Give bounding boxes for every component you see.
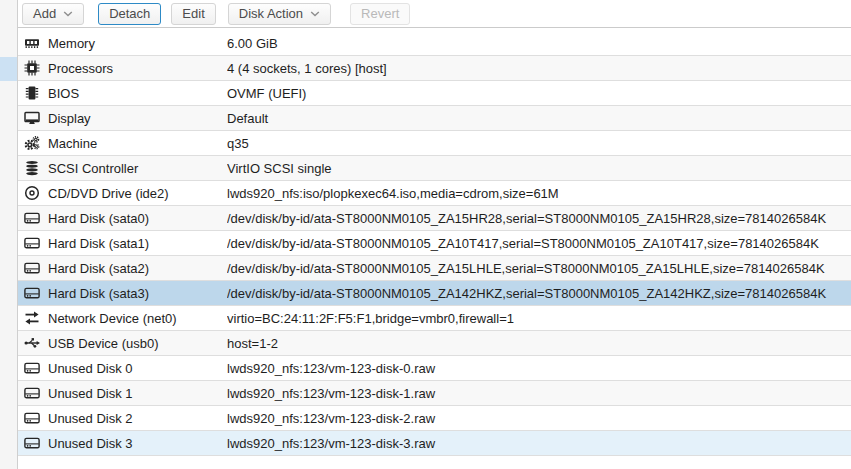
device-label: SCSI Controller <box>48 161 138 176</box>
add-button[interactable]: Add <box>22 3 84 25</box>
table-row-unused-disk-2[interactable]: Unused Disk 2 lwds920_nfs:123/vm-123-dis… <box>18 406 851 431</box>
device-label: Unused Disk 2 <box>48 411 133 426</box>
memory-icon <box>24 35 40 51</box>
device-label: Unused Disk 3 <box>48 436 133 451</box>
table-row-memory[interactable]: Memory 6.00 GiB <box>18 31 851 56</box>
device-label: Unused Disk 0 <box>48 361 133 376</box>
device-label: Hard Disk (sata1) <box>48 236 149 251</box>
device-label: CD/DVD Drive (ide2) <box>48 186 169 201</box>
device-label: Display <box>48 111 91 126</box>
table-row-unused-disk-1[interactable]: Unused Disk 1 lwds920_nfs:123/vm-123-dis… <box>18 381 851 406</box>
device-label: Hard Disk (sata3) <box>48 286 149 301</box>
table-row-display[interactable]: Display Default <box>18 106 851 131</box>
device-value: q35 <box>227 136 851 151</box>
device-value: virtio=BC:24:11:2F:F5:F1,bridge=vmbr0,fi… <box>227 311 851 326</box>
cdrom-icon <box>24 185 40 201</box>
device-value: /dev/disk/by-id/ata-ST8000NM0105_ZA10T41… <box>227 236 851 251</box>
hardware-table: Memory 6.00 GiB Processors 4 (4 sockets,… <box>18 31 851 456</box>
device-value: host=1-2 <box>227 336 851 351</box>
device-value: 6.00 GiB <box>227 36 851 51</box>
hard-disk-icon <box>24 385 40 401</box>
device-value: VirtIO SCSI single <box>227 161 851 176</box>
add-button-label: Add <box>33 6 56 21</box>
edit-button[interactable]: Edit <box>171 3 215 25</box>
device-value: /dev/disk/by-id/ata-ST8000NM0105_ZA15HR2… <box>227 211 851 226</box>
disk-action-button-label: Disk Action <box>239 6 303 21</box>
device-value: lwds920_nfs:123/vm-123-disk-0.raw <box>227 361 851 376</box>
hard-disk-icon <box>24 260 40 276</box>
hard-disk-icon <box>24 435 40 451</box>
hard-disk-icon <box>24 410 40 426</box>
table-row-hard-disk-sata0[interactable]: Hard Disk (sata0) /dev/disk/by-id/ata-ST… <box>18 206 851 231</box>
table-row-processors[interactable]: Processors 4 (4 sockets, 1 cores) [host] <box>18 56 851 81</box>
table-row-hard-disk-sata2[interactable]: Hard Disk (sata2) /dev/disk/by-id/ata-ST… <box>18 256 851 281</box>
device-value: /dev/disk/by-id/ata-ST8000NM0105_ZA15LHL… <box>227 261 851 276</box>
device-label: Unused Disk 1 <box>48 386 133 401</box>
table-row-cdrom-ide2[interactable]: CD/DVD Drive (ide2) lwds920_nfs:iso/plop… <box>18 181 851 206</box>
table-row-usb-usb0[interactable]: USB Device (usb0) host=1-2 <box>18 331 851 356</box>
scsi-controller-icon <box>24 160 40 176</box>
display-icon <box>24 110 40 126</box>
device-value: Default <box>227 111 851 126</box>
device-label: Hard Disk (sata2) <box>48 261 149 276</box>
disk-action-button[interactable]: Disk Action <box>228 3 331 25</box>
hard-disk-icon <box>24 285 40 301</box>
device-label: Network Device (net0) <box>48 311 177 326</box>
table-row-machine[interactable]: Machine q35 <box>18 131 851 156</box>
table-row-hard-disk-sata1[interactable]: Hard Disk (sata1) /dev/disk/by-id/ata-ST… <box>18 231 851 256</box>
detach-button-label: Detach <box>109 6 150 21</box>
device-label: BIOS <box>48 86 79 101</box>
detach-button[interactable]: Detach <box>98 3 161 25</box>
device-label: Machine <box>48 136 97 151</box>
table-row-unused-disk-3[interactable]: Unused Disk 3 lwds920_nfs:123/vm-123-dis… <box>18 431 851 456</box>
hard-disk-icon <box>24 360 40 376</box>
device-value: lwds920_nfs:123/vm-123-disk-3.raw <box>227 436 851 451</box>
device-label: Hard Disk (sata0) <box>48 211 149 226</box>
revert-button-label: Revert <box>361 6 399 21</box>
toolbar: Add Detach Edit Disk Action Revert <box>18 0 851 28</box>
chevron-down-icon <box>63 11 73 17</box>
table-row-hard-disk-sata3[interactable]: Hard Disk (sata3) /dev/disk/by-id/ata-ST… <box>18 281 851 306</box>
device-value: lwds920_nfs:123/vm-123-disk-2.raw <box>227 411 851 426</box>
network-icon <box>24 310 40 326</box>
device-label: Memory <box>48 36 95 51</box>
device-value: 4 (4 sockets, 1 cores) [host] <box>227 61 851 76</box>
hard-disk-icon <box>24 235 40 251</box>
device-value: OVMF (UEFI) <box>227 86 851 101</box>
machine-gears-icon <box>24 135 40 151</box>
nav-tree-edge <box>0 0 18 469</box>
bios-chip-icon <box>24 85 40 101</box>
cpu-icon <box>24 60 40 76</box>
device-value: lwds920_nfs:123/vm-123-disk-1.raw <box>227 386 851 401</box>
device-label: Processors <box>48 61 113 76</box>
device-value: lwds920_nfs:iso/plopkexec64.iso,media=cd… <box>227 186 851 201</box>
device-value: /dev/disk/by-id/ata-ST8000NM0105_ZA142HK… <box>227 286 851 301</box>
table-row-unused-disk-0[interactable]: Unused Disk 0 lwds920_nfs:123/vm-123-dis… <box>18 356 851 381</box>
hard-disk-icon <box>24 210 40 226</box>
table-row-bios[interactable]: BIOS OVMF (UEFI) <box>18 81 851 106</box>
chevron-down-icon <box>310 11 320 17</box>
usb-icon <box>24 335 40 351</box>
table-row-network-net0[interactable]: Network Device (net0) virtio=BC:24:11:2F… <box>18 306 851 331</box>
device-label: USB Device (usb0) <box>48 336 159 351</box>
nav-selection-edge[interactable] <box>0 57 17 81</box>
edit-button-label: Edit <box>182 6 204 21</box>
table-row-scsi-controller[interactable]: SCSI Controller VirtIO SCSI single <box>18 156 851 181</box>
revert-button[interactable]: Revert <box>350 3 410 25</box>
